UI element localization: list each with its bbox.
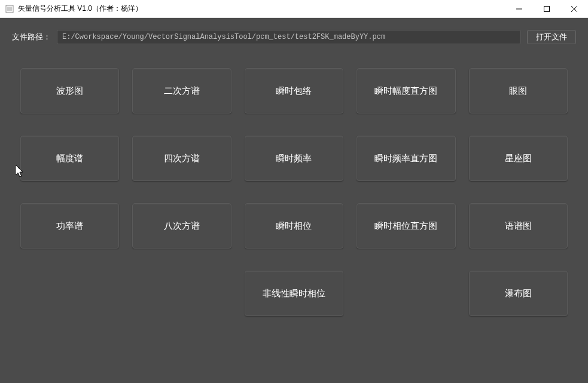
nonlinear-instant-phase-button[interactable]: 非线性瞬时相位 bbox=[245, 271, 343, 316]
close-button[interactable] bbox=[560, 0, 588, 17]
instant-amplitude-histogram-button[interactable]: 瞬时幅度直方图 bbox=[357, 68, 455, 114]
minimize-button[interactable] bbox=[505, 0, 533, 17]
eighth-spectrum-button[interactable]: 八次方谱 bbox=[132, 203, 231, 249]
instant-frequency-button[interactable]: 瞬时频率 bbox=[245, 136, 343, 181]
power-spectrum-button[interactable]: 功率谱 bbox=[20, 203, 119, 249]
app-icon bbox=[5, 4, 14, 14]
file-path-input[interactable] bbox=[57, 30, 521, 44]
waterfall-button[interactable]: 瀑布图 bbox=[469, 271, 568, 316]
analysis-grid: 波形图 二次方谱 瞬时包络 瞬时幅度直方图 眼图 幅度谱 四次方谱 瞬时频率 瞬… bbox=[12, 68, 576, 316]
maximize-button[interactable] bbox=[533, 0, 560, 17]
titlebar: 矢量信号分析工具 V1.0（作者：杨洋） bbox=[0, 0, 588, 18]
constellation-button[interactable]: 星座图 bbox=[469, 136, 568, 181]
fourth-spectrum-button[interactable]: 四次方谱 bbox=[132, 136, 231, 181]
svg-rect-3 bbox=[544, 6, 550, 11]
svg-rect-1 bbox=[7, 7, 12, 11]
file-path-label: 文件路径： bbox=[12, 32, 51, 42]
instant-phase-button[interactable]: 瞬时相位 bbox=[245, 203, 343, 249]
app-body: 文件路径： 打开文件 波形图 二次方谱 瞬时包络 瞬时幅度直方图 眼图 幅度谱 … bbox=[0, 18, 588, 383]
instant-phase-histogram-button[interactable]: 瞬时相位直方图 bbox=[357, 203, 455, 249]
amplitude-spectrum-button[interactable]: 幅度谱 bbox=[20, 136, 119, 181]
window-title: 矢量信号分析工具 V1.0（作者：杨洋） bbox=[18, 4, 505, 14]
square-spectrum-button[interactable]: 二次方谱 bbox=[132, 68, 231, 114]
instant-envelope-button[interactable]: 瞬时包络 bbox=[245, 68, 343, 114]
spectrogram-button[interactable]: 语谱图 bbox=[469, 203, 568, 249]
instant-frequency-histogram-button[interactable]: 瞬时频率直方图 bbox=[357, 136, 455, 181]
eye-diagram-button[interactable]: 眼图 bbox=[469, 68, 568, 114]
open-file-button[interactable]: 打开文件 bbox=[527, 30, 576, 44]
window-controls bbox=[505, 0, 588, 17]
waveform-button[interactable]: 波形图 bbox=[20, 68, 119, 114]
file-row: 文件路径： 打开文件 bbox=[12, 30, 576, 44]
